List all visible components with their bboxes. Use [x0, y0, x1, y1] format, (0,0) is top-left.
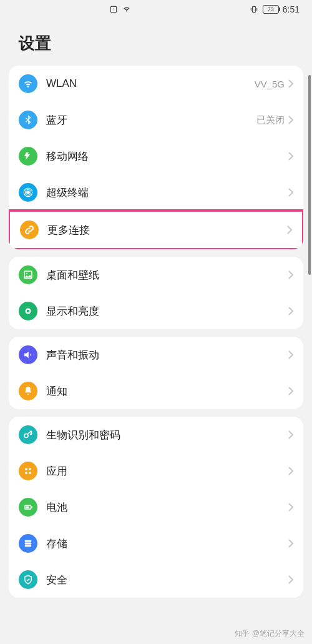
row-label: 移动网络: [46, 149, 288, 164]
row-label: 安全: [46, 573, 288, 587]
chevron-right-icon: [288, 467, 293, 475]
chevron-right-icon: [288, 307, 293, 315]
sim-icon: !: [109, 5, 118, 14]
chevron-right-icon: [288, 387, 293, 395]
wallpaper-icon: [19, 265, 37, 284]
bluetooth-icon: [19, 111, 37, 129]
chevron-right-icon: [288, 503, 293, 512]
watermark: 知乎 @笔记分享大全: [235, 628, 305, 639]
group-connectivity: WLAN VV_5G 蓝牙 已关闭 移动网络 超级终端 更多连接: [9, 66, 303, 249]
chevron-right-icon: [288, 430, 293, 439]
row-storage[interactable]: 存储: [9, 525, 303, 562]
row-sound-vibration[interactable]: 声音和振动: [9, 337, 303, 373]
row-value: VV_5G: [255, 79, 285, 89]
row-security[interactable]: 安全: [9, 562, 303, 598]
status-bar: ! 73 6:51: [0, 0, 312, 19]
row-wlan[interactable]: WLAN VV_5G: [9, 66, 303, 102]
wifi-icon: [19, 74, 37, 93]
row-value: 已关闭: [256, 114, 285, 126]
chevron-right-icon: [288, 188, 293, 197]
row-label: WLAN: [46, 77, 255, 90]
row-label: 更多连接: [47, 223, 287, 237]
svg-point-10: [24, 434, 28, 438]
chevron-right-icon: [288, 79, 293, 88]
row-bluetooth[interactable]: 蓝牙 已关闭: [9, 102, 303, 138]
svg-rect-2: [252, 6, 255, 12]
row-super-device[interactable]: 超级终端: [9, 174, 303, 211]
status-left: !: [109, 5, 132, 14]
chevron-right-icon: [288, 539, 293, 548]
row-label: 蓝牙: [46, 113, 256, 127]
clock: 6:51: [283, 4, 300, 14]
chevron-right-icon: [288, 350, 293, 359]
row-label: 生物识别和密码: [46, 428, 288, 442]
svg-rect-19: [25, 543, 32, 545]
link-icon: [20, 220, 39, 239]
row-wallpaper[interactable]: 桌面和壁纸: [9, 257, 303, 293]
group-sound: 声音和振动 通知: [9, 337, 303, 409]
svg-point-14: [29, 472, 31, 474]
svg-rect-16: [31, 507, 32, 508]
battery-icon: [19, 498, 37, 517]
svg-text:!: !: [113, 7, 114, 11]
row-label: 存储: [46, 537, 288, 551]
apps-icon: [19, 462, 37, 480]
chevron-right-icon: [288, 270, 293, 279]
brightness-icon: [19, 302, 37, 320]
svg-rect-17: [26, 507, 29, 508]
page-title: 设置: [0, 19, 312, 66]
row-label: 超级终端: [46, 186, 288, 200]
key-icon: [19, 425, 37, 444]
svg-point-9: [27, 310, 30, 313]
bell-icon: [19, 382, 37, 400]
chevron-right-icon: [288, 152, 293, 161]
row-label: 应用: [46, 464, 288, 478]
sound-icon: [19, 345, 37, 364]
storage-icon: [19, 534, 37, 553]
row-label: 显示和亮度: [46, 304, 288, 319]
group-system: 生物识别和密码 应用 电池 存储 安全: [9, 417, 303, 598]
row-label: 声音和振动: [46, 348, 288, 362]
shield-icon: [19, 570, 37, 589]
row-notifications[interactable]: 通知: [9, 373, 303, 409]
row-label: 电池: [46, 500, 288, 515]
status-right: 73 6:51: [249, 4, 300, 14]
chevron-right-icon: [288, 575, 293, 584]
scroll-indicator[interactable]: [308, 75, 311, 275]
battery-indicator: 73: [263, 5, 279, 14]
row-label: 通知: [46, 384, 288, 399]
svg-point-12: [29, 468, 31, 470]
super-device-icon: [19, 183, 37, 202]
row-more-connections[interactable]: 更多连接: [9, 209, 303, 249]
chevron-right-icon: [287, 225, 292, 234]
row-battery[interactable]: 电池: [9, 489, 303, 525]
row-biometrics-password[interactable]: 生物识别和密码: [9, 417, 303, 453]
vibrate-icon: [249, 5, 259, 14]
chevron-right-icon: [288, 116, 293, 124]
svg-rect-18: [25, 540, 32, 542]
mobile-network-icon: [19, 147, 37, 166]
svg-point-11: [25, 468, 27, 470]
svg-point-3: [27, 191, 30, 194]
row-label: 桌面和壁纸: [46, 268, 288, 282]
row-apps[interactable]: 应用: [9, 453, 303, 489]
svg-point-13: [25, 472, 27, 474]
wifi-status-icon: [122, 5, 132, 14]
svg-rect-20: [25, 545, 32, 547]
group-display: 桌面和壁纸 显示和亮度: [9, 257, 303, 329]
row-mobile-network[interactable]: 移动网络: [9, 138, 303, 174]
svg-point-7: [26, 273, 27, 274]
row-display-brightness[interactable]: 显示和亮度: [9, 293, 303, 329]
